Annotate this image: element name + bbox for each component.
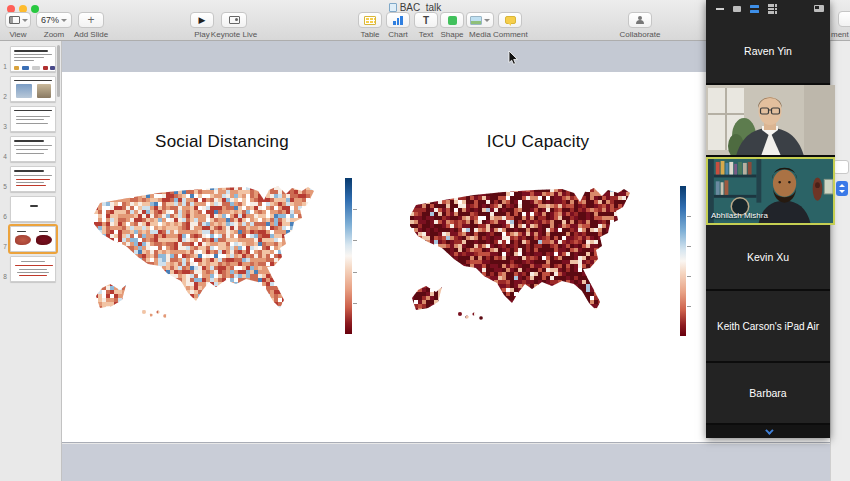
- view-icon: [9, 16, 20, 24]
- sidebar-scrollbar[interactable]: [57, 45, 60, 97]
- document-icon: [389, 3, 397, 12]
- collaborate-button[interactable]: [628, 12, 652, 28]
- slide-number: 7: [1, 243, 9, 250]
- add-slide-button[interactable]: +: [78, 12, 104, 28]
- text-label: Text: [414, 30, 438, 39]
- participant-tile-keith-carsons-ipad[interactable]: Keith Carson's iPad Air: [706, 291, 830, 363]
- slide-thumbnail-4[interactable]: [10, 136, 56, 162]
- play-icon: ▶: [199, 16, 206, 25]
- slide-navigator: 1 2 3 4: [0, 41, 62, 481]
- media-label: Media: [466, 30, 494, 39]
- minimize-icon[interactable]: [716, 8, 724, 10]
- right-colorbar: [680, 186, 686, 336]
- slide-number: 1: [1, 63, 9, 70]
- participant-tile-raven-yin[interactable]: Raven Yin: [706, 18, 830, 85]
- slide-thumbnail-2[interactable]: [10, 76, 56, 102]
- chevron-down-icon: [484, 19, 490, 22]
- icu-capacity-choropleth-map: [402, 178, 654, 335]
- swap-windows-icon[interactable]: [814, 5, 824, 12]
- keynote-live-label: Keynote Live: [206, 30, 262, 39]
- slide-number: 3: [1, 123, 9, 130]
- play-button[interactable]: ▶: [190, 12, 214, 28]
- chevron-down-icon: [22, 19, 28, 22]
- view-label: View: [5, 30, 31, 39]
- comment-icon: [505, 16, 516, 24]
- shape-label: Shape: [440, 30, 464, 39]
- slide-thumbnail-6[interactable]: [10, 196, 56, 222]
- participant-tile-video-1[interactable]: [706, 85, 835, 157]
- format-field-partial[interactable]: [833, 160, 849, 174]
- document-label-partial: ment: [831, 30, 849, 39]
- keynote-live-button[interactable]: [221, 12, 247, 28]
- participant-name: Kevin Xu: [747, 251, 789, 263]
- participant-tile-barbara[interactable]: Barbara: [706, 363, 830, 425]
- slide-thumbnail-7-selected[interactable]: [10, 226, 56, 252]
- participant-name: Raven Yin: [744, 45, 792, 57]
- slide-thumbnail-1[interactable]: [10, 46, 56, 72]
- zoom-video-panel: Raven Yin: [706, 0, 830, 438]
- slide-number: 4: [1, 153, 9, 160]
- left-map-title: Social Distancing: [122, 132, 322, 152]
- table-label: Table: [358, 30, 382, 39]
- chevron-down-icon: [61, 19, 67, 22]
- chevron-down-icon: [765, 426, 773, 434]
- stop-video-icon[interactable]: [733, 6, 741, 12]
- left-colorbar: [345, 178, 352, 334]
- gallery-view-icon[interactable]: [768, 4, 777, 13]
- view-button[interactable]: [5, 12, 31, 28]
- slide-thumbnail-5[interactable]: [10, 166, 56, 192]
- plus-icon: +: [87, 13, 94, 27]
- document-button[interactable]: [838, 11, 850, 27]
- add-slide-label: Add Slide: [64, 30, 118, 39]
- shape-icon: [448, 16, 457, 25]
- participant-tile-abhilash-mishra[interactable]: Abhilash Mishra: [706, 157, 835, 225]
- chart-button[interactable]: [386, 12, 410, 28]
- slide-number: 2: [1, 93, 9, 100]
- slide-thumbnail-8[interactable]: [10, 256, 56, 282]
- participant-name-overlay: Abhilash Mishra: [711, 211, 768, 220]
- participant-name: Barbara: [749, 387, 786, 399]
- chart-label: Chart: [386, 30, 410, 39]
- collaborate-icon: [635, 16, 645, 25]
- media-icon: [470, 16, 482, 25]
- more-participants-footer[interactable]: [706, 425, 830, 438]
- slide-number: 5: [1, 183, 9, 190]
- comment-button[interactable]: [498, 12, 522, 28]
- slide-number: 8: [1, 273, 9, 280]
- participant-tile-kevin-xu[interactable]: Kevin Xu: [706, 225, 830, 291]
- slide-number: 6: [1, 213, 9, 220]
- chart-icon: [393, 16, 403, 25]
- participant-name: Keith Carson's iPad Air: [717, 321, 819, 332]
- right-map-title: ICU Capacity: [438, 132, 638, 152]
- shape-button[interactable]: [440, 12, 464, 28]
- table-icon: [364, 16, 376, 25]
- media-button[interactable]: [466, 12, 494, 28]
- video-feed-man-glasses: [706, 85, 835, 156]
- zoom-level-button[interactable]: 67%: [36, 12, 72, 28]
- text-button[interactable]: T: [414, 12, 438, 28]
- speaker-view-icon[interactable]: [750, 5, 759, 13]
- comment-label: Comment: [493, 30, 527, 39]
- text-icon: T: [423, 15, 429, 26]
- stepper-icon[interactable]: [836, 181, 848, 196]
- zoom-panel-header: [706, 0, 830, 18]
- social-distancing-choropleth-map: [86, 176, 338, 333]
- screen: BAC_talk View 67% Zoom + Add Slide ▶ Pla…: [0, 0, 850, 481]
- collaborate-label: Collaborate: [613, 30, 667, 39]
- table-button[interactable]: [358, 12, 382, 28]
- mouse-cursor: [508, 51, 520, 66]
- zoom-value: 67%: [41, 15, 59, 25]
- slide-thumbnail-3[interactable]: [10, 106, 56, 132]
- keynote-live-icon: [229, 16, 240, 24]
- presenter-notes-area: [62, 444, 850, 481]
